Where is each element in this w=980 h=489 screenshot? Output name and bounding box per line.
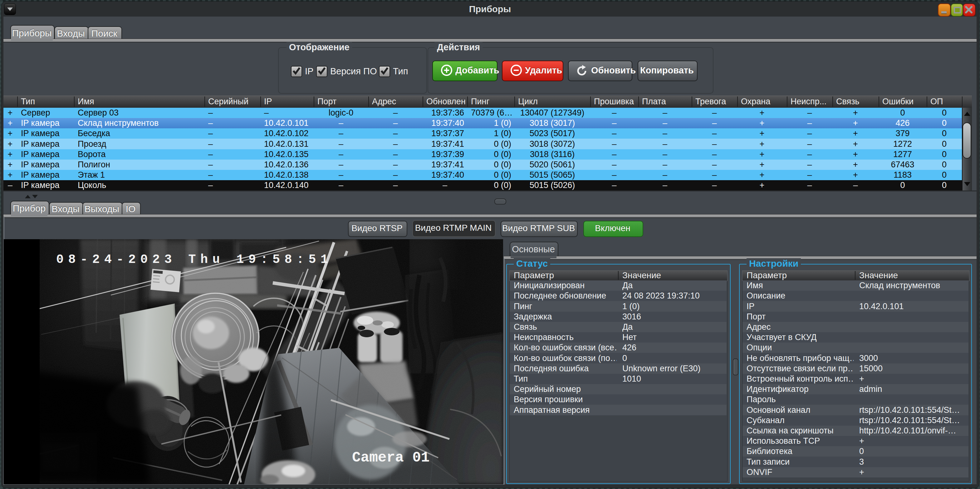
svg-text:08-24-2023 Thu 19:58:51: 08-24-2023 Thu 19:58:51 [56,253,333,267]
svg-text:Camera 01: Camera 01 [352,450,430,466]
